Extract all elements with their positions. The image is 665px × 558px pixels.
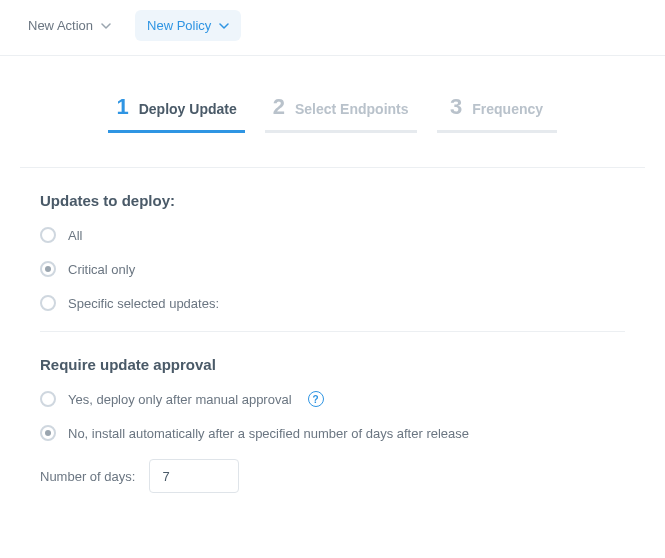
radio-critical-only[interactable]: Critical only	[40, 261, 625, 277]
radio-label: No, install automatically after a specif…	[68, 426, 469, 441]
step-label: Deploy Update	[139, 101, 237, 117]
radio-label: Specific selected updates:	[68, 296, 219, 311]
help-icon[interactable]: ?	[308, 391, 324, 407]
radio-icon	[40, 425, 56, 441]
step-number: 1	[116, 94, 128, 120]
chevron-down-icon	[101, 21, 111, 31]
days-input[interactable]	[149, 459, 239, 493]
radio-label: Yes, deploy only after manual approval	[68, 392, 292, 407]
new-action-button[interactable]: New Action	[16, 10, 123, 41]
days-label: Number of days:	[40, 469, 135, 484]
radio-icon	[40, 295, 56, 311]
new-policy-label: New Policy	[147, 18, 211, 33]
radio-all[interactable]: All	[40, 227, 625, 243]
radio-icon	[40, 391, 56, 407]
step-number: 2	[273, 94, 285, 120]
approval-title: Require update approval	[40, 356, 625, 373]
step-number: 3	[450, 94, 462, 120]
radio-specific-selected[interactable]: Specific selected updates:	[40, 295, 625, 311]
step-deploy-update[interactable]: 1 Deploy Update	[108, 94, 244, 133]
step-frequency[interactable]: 3 Frequency	[437, 94, 557, 133]
require-approval-section: Require update approval Yes, deploy only…	[0, 332, 665, 493]
updates-title: Updates to deploy:	[40, 192, 625, 209]
radio-approval-no[interactable]: No, install automatically after a specif…	[40, 425, 625, 441]
radio-icon	[40, 261, 56, 277]
radio-label: Critical only	[68, 262, 135, 277]
radio-label: All	[68, 228, 82, 243]
wizard-steps: 1 Deploy Update 2 Select Endpoints 3 Fre…	[0, 56, 665, 155]
radio-icon	[40, 227, 56, 243]
step-select-endpoints[interactable]: 2 Select Endpoints	[265, 94, 417, 133]
new-policy-button[interactable]: New Policy	[135, 10, 241, 41]
step-label: Frequency	[472, 101, 543, 117]
new-action-label: New Action	[28, 18, 93, 33]
top-toolbar: New Action New Policy	[0, 0, 665, 56]
radio-approval-yes[interactable]: Yes, deploy only after manual approval ?	[40, 391, 625, 407]
step-label: Select Endpoints	[295, 101, 409, 117]
chevron-down-icon	[219, 21, 229, 31]
number-of-days-row: Number of days:	[40, 459, 625, 493]
updates-to-deploy-section: Updates to deploy: All Critical only Spe…	[0, 168, 665, 311]
